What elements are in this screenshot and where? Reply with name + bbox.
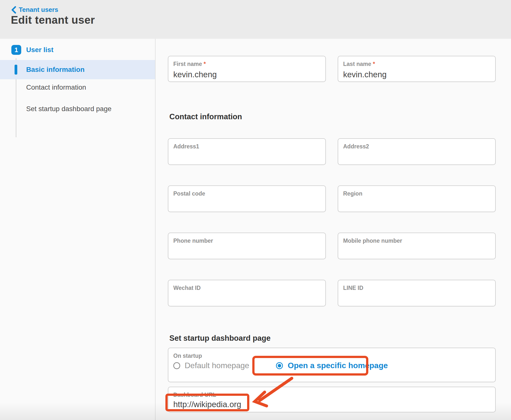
last-name-label: Last name *: [343, 61, 495, 67]
postal-code-field[interactable]: Postal code: [168, 185, 326, 212]
sidebar: 1 User list Basic information Contact in…: [0, 39, 156, 420]
sidebar-item-user-list[interactable]: 1 User list: [0, 44, 155, 55]
address2-field[interactable]: Address2: [338, 138, 496, 165]
contact-information-heading: Contact information: [169, 112, 242, 121]
required-asterisk: *: [204, 61, 206, 67]
last-name-value: kevin.cheng: [343, 70, 495, 79]
postal-code-label: Postal code: [173, 190, 325, 197]
address1-field[interactable]: Address1: [168, 138, 326, 165]
page-header: Tenant users Edit tenant user: [0, 0, 511, 39]
page-title: Edit tenant user: [11, 14, 95, 26]
region-label: Region: [343, 190, 495, 197]
active-item-marker: [15, 65, 17, 75]
annotation-box-selected-radio: [252, 356, 368, 376]
back-link-label: Tenant users: [19, 6, 58, 14]
sidebar-item-contact-information[interactable]: Contact information: [26, 83, 86, 91]
mobile-phone-number-label: Mobile phone number: [343, 238, 495, 244]
first-name-label: First name *: [173, 61, 325, 67]
default-homepage-radio[interactable]: Default homepage: [173, 361, 249, 370]
radio-unselected-icon: [173, 362, 180, 369]
back-link[interactable]: Tenant users: [11, 6, 58, 14]
sidebar-item-set-startup-dashboard-page[interactable]: Set startup dashboard page: [26, 105, 112, 113]
default-homepage-radio-label: Default homepage: [185, 361, 249, 370]
step-number-badge: 1: [11, 45, 21, 55]
phone-number-field[interactable]: Phone number: [168, 233, 326, 259]
required-asterisk: *: [373, 61, 375, 67]
region-field[interactable]: Region: [338, 185, 496, 212]
chevron-left-icon: [11, 6, 16, 14]
sidebar-item-basic-information-label: Basic information: [26, 66, 84, 74]
line-id-label: LINE ID: [343, 285, 495, 291]
wechat-id-label: Wechat ID: [173, 285, 325, 291]
phone-number-label: Phone number: [173, 238, 325, 244]
sidebar-item-user-list-label: User list: [26, 46, 54, 54]
mobile-phone-number-field[interactable]: Mobile phone number: [338, 233, 496, 259]
address2-label: Address2: [343, 143, 495, 150]
annotation-box-dashboard-url: [165, 394, 249, 411]
set-startup-dashboard-page-heading: Set startup dashboard page: [169, 334, 271, 343]
wechat-id-field[interactable]: Wechat ID: [168, 280, 326, 306]
address1-label: Address1: [173, 143, 325, 150]
sidebar-item-basic-information[interactable]: Basic information: [0, 60, 155, 79]
line-id-field[interactable]: LINE ID: [338, 280, 496, 306]
last-name-field[interactable]: Last name * kevin.cheng: [338, 56, 496, 82]
first-name-field[interactable]: First name * kevin.cheng: [168, 56, 326, 82]
first-name-value: kevin.cheng: [173, 70, 325, 79]
